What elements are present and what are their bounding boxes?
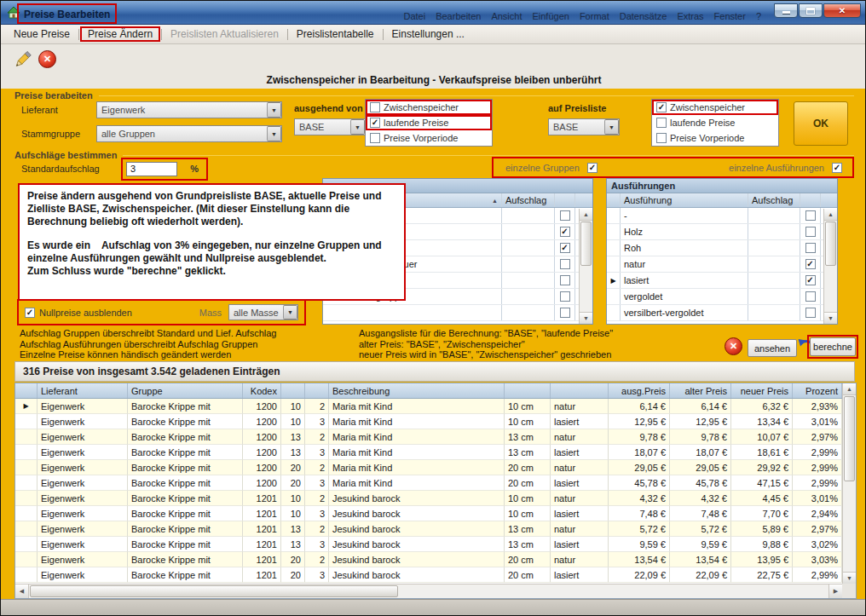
menu-item[interactable]: Bearbeiten	[430, 11, 486, 24]
table-row[interactable]: EigenwerkBarocke Krippe mit1201103Jesuki…	[15, 506, 856, 521]
row-checkbox[interactable]	[805, 243, 816, 253]
row-checkbox[interactable]	[560, 308, 570, 318]
row-checkbox[interactable]	[560, 275, 570, 285]
chevron-down-icon[interactable]: ▼	[283, 305, 297, 320]
aufschlag-cell[interactable]	[748, 208, 800, 223]
column-header[interactable]: alter Preis	[670, 383, 731, 398]
row-checkbox[interactable]	[805, 308, 816, 318]
menu-item[interactable]: Format	[574, 11, 615, 24]
select-cell[interactable]	[800, 240, 821, 256]
checkbox-row[interactable]: Preise Vorperiode	[652, 130, 778, 146]
tab-3[interactable]: Preislistentabelle	[289, 26, 382, 42]
close-button[interactable]: ✕	[823, 3, 861, 18]
menu-item[interactable]: Einfügen	[527, 11, 574, 24]
aufschlag-cell[interactable]	[748, 224, 800, 239]
ok-button[interactable]: OK	[794, 101, 848, 146]
table-row[interactable]: Holz	[607, 224, 837, 240]
checkbox-row[interactable]: laufende Preise	[652, 115, 778, 130]
scroll-thumb[interactable]	[825, 222, 836, 266]
berechne-button[interactable]: berechne	[810, 337, 856, 356]
aufschlag-cell[interactable]	[502, 256, 555, 272]
einzelne-ausfuehrungen-checkbox[interactable]: ✓	[832, 163, 842, 173]
chevron-down-icon[interactable]: ▼	[267, 102, 281, 118]
row-checkbox[interactable]: ✓	[560, 243, 570, 253]
tab-1[interactable]: Preise Ändern	[80, 26, 160, 42]
table-row[interactable]: ▶lasiert✓	[607, 273, 837, 289]
aufschlag-cell[interactable]	[748, 305, 800, 320]
table-row[interactable]: versilbert-vergoldet	[607, 305, 837, 321]
table-row[interactable]: EigenwerkBarocke Krippe mit1201102Jesuki…	[15, 491, 856, 506]
checkbox-row[interactable]: ✓Zwischenspeicher	[652, 100, 778, 115]
menu-item[interactable]: ?	[751, 11, 766, 24]
chevron-down-icon[interactable]: ▼	[267, 126, 281, 141]
aufschlag-cell[interactable]	[748, 256, 800, 272]
to-list-dropdown[interactable]: BASE ▼	[548, 118, 620, 135]
select-cell[interactable]	[800, 289, 821, 304]
checkbox[interactable]	[370, 102, 380, 112]
select-cell[interactable]: ✓	[555, 240, 575, 256]
scroll-up-button[interactable]: ▲	[824, 209, 837, 221]
ansehen-button[interactable]: ansehen	[748, 339, 797, 357]
cancel-icon[interactable]: ✕	[38, 50, 56, 68]
menu-item[interactable]: Extras	[672, 11, 708, 24]
aufschlag-cell[interactable]	[502, 305, 555, 320]
table-row[interactable]: Roh	[607, 240, 837, 256]
checkbox-row[interactable]: Preise Vorperiode	[366, 130, 492, 146]
aufschlag-cell[interactable]	[748, 273, 800, 288]
menu-item[interactable]: Fenster	[709, 11, 751, 24]
row-checkbox[interactable]	[560, 210, 570, 221]
checkbox[interactable]: ✓	[656, 102, 667, 112]
row-checkbox[interactable]	[560, 291, 570, 302]
lieferant-dropdown[interactable]: Eigenwerk ▼	[96, 101, 282, 118]
menu-item[interactable]: Datei	[398, 11, 430, 24]
select-cell[interactable]	[800, 305, 821, 320]
select-cell[interactable]	[555, 305, 575, 320]
tab-0[interactable]: Neue Preise	[6, 26, 78, 42]
select-cell[interactable]: ✓	[555, 224, 575, 239]
select-cell[interactable]	[555, 273, 575, 288]
column-header[interactable]: Lieferant	[38, 383, 128, 398]
table-row[interactable]: EigenwerkBarocke Krippe mit1201202Jesuki…	[15, 552, 856, 567]
checkbox[interactable]	[370, 133, 380, 143]
select-cell[interactable]	[800, 208, 821, 223]
checkbox[interactable]: ✓	[370, 118, 380, 128]
einzelne-gruppen-checkbox[interactable]: ✓	[587, 163, 598, 173]
from-list-dropdown[interactable]: BASE ▼	[294, 118, 366, 135]
row-checkbox[interactable]	[560, 259, 570, 269]
table-row[interactable]: EigenwerkBarocke Krippe mit1201132Jesuki…	[15, 521, 856, 537]
scroll-right-button[interactable]: ▶	[828, 584, 842, 598]
chevron-down-icon[interactable]: ▼	[604, 119, 619, 135]
column-header[interactable]: Prozent	[793, 383, 842, 398]
scroll-thumb[interactable]	[580, 222, 592, 266]
column-header[interactable]	[305, 383, 329, 398]
row-checkbox[interactable]	[805, 291, 816, 302]
scroll-down-button[interactable]: ▼	[843, 572, 856, 584]
nullpreise-checkbox[interactable]: ✓	[25, 308, 35, 318]
column-header[interactable]	[551, 383, 609, 398]
row-checkbox[interactable]	[805, 210, 816, 221]
row-checkbox[interactable]: ✓	[805, 275, 816, 285]
table-row[interactable]: EigenwerkBarocke Krippe mit1200203Maria …	[15, 475, 856, 491]
tab-4[interactable]: Einstellungen ...	[384, 26, 472, 42]
column-header[interactable]: ausg.Preis	[609, 383, 670, 398]
column-header[interactable]: Kodex	[243, 383, 281, 398]
aufschlag-cell[interactable]	[502, 240, 555, 256]
aufschlag-column-header[interactable]: Aufschlag	[748, 193, 800, 207]
table-row[interactable]: ▶EigenwerkBarocke Krippe mit1200102Maria…	[15, 399, 856, 414]
checkbox-row[interactable]: ✓laufende Preise	[366, 115, 492, 130]
table-row[interactable]: EigenwerkBarocke Krippe mit1201203Jesuki…	[15, 567, 856, 583]
column-header[interactable]: Gruppe	[128, 383, 243, 398]
mass-dropdown[interactable]: alle Masse ▼	[228, 304, 298, 320]
column-header[interactable]	[281, 383, 305, 398]
table-scrollbar[interactable]: ▲▼	[579, 209, 592, 324]
table-scrollbar[interactable]: ▲▼	[823, 209, 837, 324]
aufschlag-cell[interactable]	[502, 273, 555, 288]
edit-pencil-icon[interactable]	[12, 49, 32, 73]
menu-item[interactable]: Ansicht	[486, 11, 527, 24]
scroll-thumb[interactable]	[844, 396, 855, 481]
column-header[interactable]: neuer Preis	[731, 383, 793, 398]
select-cell[interactable]	[555, 256, 575, 272]
select-cell[interactable]: ✓	[800, 256, 821, 272]
aufschlag-cell[interactable]	[748, 289, 800, 304]
maximize-button[interactable]	[799, 3, 823, 18]
